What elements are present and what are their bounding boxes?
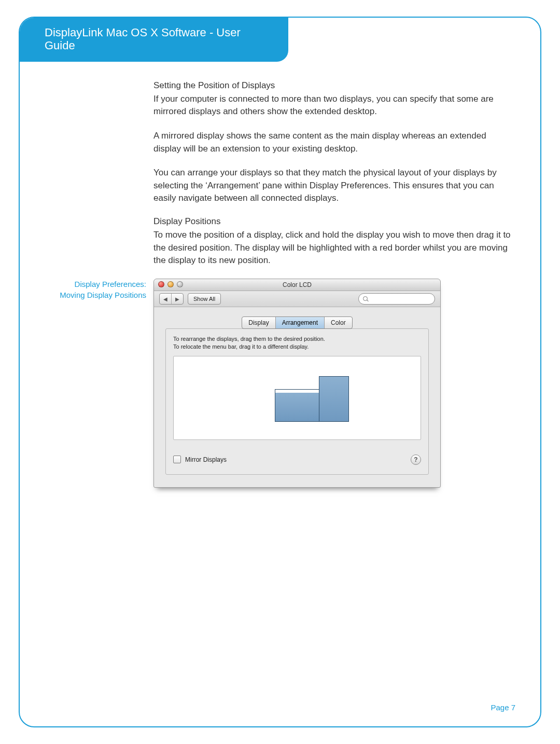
- page-number: Page 7: [491, 703, 515, 712]
- tab-color[interactable]: Color: [325, 317, 352, 328]
- help-icon: ?: [414, 456, 417, 463]
- figure-caption-line-2: Moving Display Positions: [60, 291, 146, 299]
- help-button[interactable]: ?: [411, 454, 421, 465]
- section-heading: Display Positions: [153, 216, 515, 227]
- hint-line-2: To relocate the menu bar, drag it to a d…: [173, 343, 309, 350]
- document-title: DisplayLink Mac OS X Software - User Gui…: [45, 26, 241, 52]
- body-paragraph: You can arrange your displays so that th…: [153, 167, 515, 205]
- arrangement-group: To rearrange the displays, drag them to …: [165, 328, 429, 475]
- preference-tabs: Display Arrangement Color: [242, 316, 352, 329]
- figure-caption: Display Preferences: Moving Display Posi…: [45, 279, 146, 301]
- checkbox-box[interactable]: [173, 456, 181, 463]
- mirror-displays-label: Mirror Displays: [185, 456, 227, 463]
- hint-line-1: To rearrange the displays, drag them to …: [173, 336, 325, 342]
- secondary-display[interactable]: [319, 376, 349, 422]
- tab-display[interactable]: Display: [242, 317, 275, 328]
- main-display[interactable]: [275, 392, 319, 422]
- tab-arrangement[interactable]: Arrangement: [276, 317, 325, 328]
- window-title: Color LCD: [154, 279, 440, 291]
- show-all-label: Show All: [193, 296, 215, 302]
- back-button[interactable]: ◀: [160, 294, 172, 304]
- nav-back-forward: ◀ ▶: [159, 293, 184, 305]
- arrangement-hint: To rearrange the displays, drag them to …: [173, 335, 421, 351]
- body-paragraph: To move the position of a display, click…: [153, 229, 515, 267]
- show-all-button[interactable]: Show All: [188, 293, 221, 305]
- search-icon: [363, 296, 369, 302]
- window-titlebar[interactable]: Color LCD: [154, 279, 440, 291]
- forward-button[interactable]: ▶: [172, 294, 183, 304]
- display-preferences-window: Color LCD ◀ ▶ Show All: [153, 279, 441, 488]
- search-input[interactable]: [358, 293, 435, 305]
- mirror-displays-checkbox[interactable]: Mirror Displays: [173, 456, 227, 463]
- window-toolbar: ◀ ▶ Show All: [154, 291, 440, 307]
- display-arrangement-area[interactable]: [173, 356, 421, 440]
- figure-caption-line-1: Display Preferences:: [75, 280, 146, 288]
- section-heading: Setting the Position of Displays: [153, 80, 515, 91]
- body-paragraph: A mirrored display shows the same conten…: [153, 130, 515, 155]
- body-paragraph: If your computer is connected to more th…: [153, 93, 515, 118]
- document-header: DisplayLink Mac OS X Software - User Gui…: [19, 17, 288, 62]
